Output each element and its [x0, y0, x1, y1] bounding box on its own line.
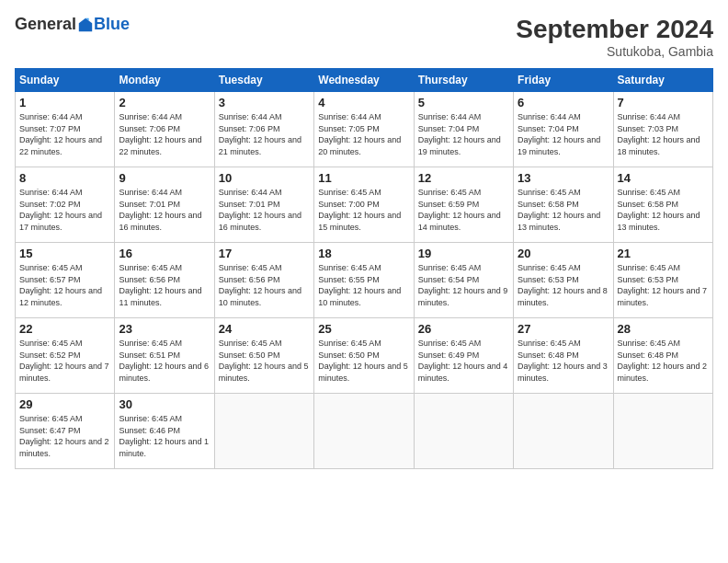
calendar-cell: 27Sunrise: 6:45 AMSunset: 6:48 PMDayligh… [514, 318, 613, 394]
day-number: 10 [219, 171, 310, 185]
header: General Blue September 2024 Sutukoba, Ga… [15, 15, 713, 59]
weekday-header: Monday [115, 69, 214, 92]
day-number: 3 [219, 96, 310, 109]
logo-icon [77, 17, 94, 33]
day-number: 27 [518, 322, 609, 336]
day-info: Sunrise: 6:45 AMSunset: 6:55 PMDaylight:… [318, 262, 409, 308]
day-info: Sunrise: 6:44 AMSunset: 7:01 PMDaylight:… [219, 187, 310, 233]
calendar-cell: 30Sunrise: 6:45 AMSunset: 6:46 PMDayligh… [115, 394, 214, 469]
month-title: September 2024 [516, 15, 713, 44]
day-number: 4 [318, 96, 409, 109]
location: Sutukoba, Gambia [516, 44, 713, 59]
calendar-cell: 20Sunrise: 6:45 AMSunset: 6:53 PMDayligh… [514, 243, 613, 318]
weekday-header: Saturday [613, 69, 712, 92]
day-info: Sunrise: 6:45 AMSunset: 6:52 PMDaylight:… [19, 338, 110, 384]
day-number: 8 [19, 171, 110, 185]
calendar-cell: 17Sunrise: 6:45 AMSunset: 6:56 PMDayligh… [214, 243, 313, 318]
day-info: Sunrise: 6:45 AMSunset: 6:50 PMDaylight:… [318, 338, 409, 384]
calendar-cell: 2Sunrise: 6:44 AMSunset: 7:06 PMDaylight… [115, 92, 214, 167]
day-number: 25 [318, 322, 409, 336]
day-number: 9 [119, 171, 210, 185]
day-info: Sunrise: 6:44 AMSunset: 7:05 PMDaylight:… [318, 111, 409, 157]
title-area: September 2024 Sutukoba, Gambia [516, 15, 713, 59]
calendar-cell: 13Sunrise: 6:45 AMSunset: 6:58 PMDayligh… [514, 167, 613, 243]
day-number: 11 [318, 171, 409, 185]
calendar-cell: 10Sunrise: 6:44 AMSunset: 7:01 PMDayligh… [214, 167, 313, 243]
day-info: Sunrise: 6:45 AMSunset: 6:51 PMDaylight:… [119, 338, 210, 384]
day-info: Sunrise: 6:44 AMSunset: 7:03 PMDaylight:… [618, 111, 709, 157]
calendar-week-row: 8Sunrise: 6:44 AMSunset: 7:02 PMDaylight… [16, 167, 713, 243]
day-info: Sunrise: 6:45 AMSunset: 6:56 PMDaylight:… [219, 262, 310, 308]
calendar-week-row: 1Sunrise: 6:44 AMSunset: 7:07 PMDaylight… [16, 92, 713, 167]
calendar-week-row: 29Sunrise: 6:45 AMSunset: 6:47 PMDayligh… [16, 394, 713, 469]
day-number: 5 [418, 96, 509, 109]
day-number: 13 [518, 171, 609, 185]
day-number: 23 [119, 322, 210, 336]
calendar-cell: 6Sunrise: 6:44 AMSunset: 7:04 PMDaylight… [514, 92, 613, 167]
day-info: Sunrise: 6:45 AMSunset: 6:54 PMDaylight:… [418, 262, 509, 308]
day-info: Sunrise: 6:44 AMSunset: 7:06 PMDaylight:… [219, 111, 310, 157]
calendar-cell: 5Sunrise: 6:44 AMSunset: 7:04 PMDaylight… [414, 92, 513, 167]
calendar-cell [514, 394, 613, 469]
logo-general: General [15, 15, 76, 34]
day-info: Sunrise: 6:45 AMSunset: 6:53 PMDaylight:… [518, 262, 609, 308]
weekday-header: Sunday [16, 69, 115, 92]
calendar-cell: 8Sunrise: 6:44 AMSunset: 7:02 PMDaylight… [16, 167, 115, 243]
calendar-cell: 24Sunrise: 6:45 AMSunset: 6:50 PMDayligh… [214, 318, 313, 394]
day-number: 1 [19, 96, 110, 109]
day-info: Sunrise: 6:45 AMSunset: 6:48 PMDaylight:… [518, 338, 609, 384]
day-info: Sunrise: 6:45 AMSunset: 7:00 PMDaylight:… [318, 187, 409, 233]
day-info: Sunrise: 6:44 AMSunset: 7:04 PMDaylight:… [418, 111, 509, 157]
calendar-week-row: 22Sunrise: 6:45 AMSunset: 6:52 PMDayligh… [16, 318, 713, 394]
calendar-cell: 7Sunrise: 6:44 AMSunset: 7:03 PMDaylight… [613, 92, 712, 167]
day-number: 19 [418, 247, 509, 260]
calendar-cell: 3Sunrise: 6:44 AMSunset: 7:06 PMDaylight… [214, 92, 313, 167]
day-number: 2 [119, 96, 210, 109]
day-number: 17 [219, 247, 310, 260]
day-info: Sunrise: 6:45 AMSunset: 6:56 PMDaylight:… [119, 262, 210, 308]
day-info: Sunrise: 6:44 AMSunset: 7:02 PMDaylight:… [19, 187, 110, 233]
day-number: 18 [318, 247, 409, 260]
day-info: Sunrise: 6:45 AMSunset: 6:57 PMDaylight:… [19, 262, 110, 308]
logo-text: General Blue [15, 15, 130, 34]
calendar-cell: 19Sunrise: 6:45 AMSunset: 6:54 PMDayligh… [414, 243, 513, 318]
day-info: Sunrise: 6:44 AMSunset: 7:06 PMDaylight:… [119, 111, 210, 157]
calendar-cell: 1Sunrise: 6:44 AMSunset: 7:07 PMDaylight… [16, 92, 115, 167]
day-number: 30 [119, 397, 210, 411]
day-info: Sunrise: 6:44 AMSunset: 7:07 PMDaylight:… [19, 111, 110, 157]
logo: General Blue [15, 15, 130, 34]
calendar-cell: 26Sunrise: 6:45 AMSunset: 6:49 PMDayligh… [414, 318, 513, 394]
calendar-cell: 4Sunrise: 6:44 AMSunset: 7:05 PMDaylight… [314, 92, 414, 167]
day-info: Sunrise: 6:45 AMSunset: 6:53 PMDaylight:… [618, 262, 709, 308]
day-number: 15 [19, 247, 110, 260]
day-info: Sunrise: 6:45 AMSunset: 6:59 PMDaylight:… [418, 187, 509, 233]
day-info: Sunrise: 6:45 AMSunset: 6:58 PMDaylight:… [618, 187, 709, 233]
logo-blue: Blue [94, 15, 130, 34]
day-number: 29 [19, 397, 110, 411]
day-info: Sunrise: 6:45 AMSunset: 6:58 PMDaylight:… [518, 187, 609, 233]
calendar-cell: 18Sunrise: 6:45 AMSunset: 6:55 PMDayligh… [314, 243, 414, 318]
calendar-cell: 21Sunrise: 6:45 AMSunset: 6:53 PMDayligh… [613, 243, 712, 318]
calendar-cell: 9Sunrise: 6:44 AMSunset: 7:01 PMDaylight… [115, 167, 214, 243]
page: General Blue September 2024 Sutukoba, Ga… [0, 0, 728, 563]
calendar: SundayMondayTuesdayWednesdayThursdayFrid… [15, 68, 713, 469]
calendar-cell [414, 394, 513, 469]
day-info: Sunrise: 6:45 AMSunset: 6:47 PMDaylight:… [19, 413, 110, 459]
weekday-header: Thursday [414, 69, 513, 92]
calendar-cell [314, 394, 414, 469]
day-info: Sunrise: 6:45 AMSunset: 6:49 PMDaylight:… [418, 338, 509, 384]
calendar-cell: 28Sunrise: 6:45 AMSunset: 6:48 PMDayligh… [613, 318, 712, 394]
calendar-cell: 12Sunrise: 6:45 AMSunset: 6:59 PMDayligh… [414, 167, 513, 243]
day-number: 20 [518, 247, 609, 260]
calendar-cell: 14Sunrise: 6:45 AMSunset: 6:58 PMDayligh… [613, 167, 712, 243]
day-info: Sunrise: 6:44 AMSunset: 7:04 PMDaylight:… [518, 111, 609, 157]
weekday-header: Wednesday [314, 69, 414, 92]
weekday-header-row: SundayMondayTuesdayWednesdayThursdayFrid… [16, 69, 713, 92]
calendar-cell: 11Sunrise: 6:45 AMSunset: 7:00 PMDayligh… [314, 167, 414, 243]
day-number: 12 [418, 171, 509, 185]
day-number: 22 [19, 322, 110, 336]
calendar-cell: 16Sunrise: 6:45 AMSunset: 6:56 PMDayligh… [115, 243, 214, 318]
calendar-cell: 22Sunrise: 6:45 AMSunset: 6:52 PMDayligh… [16, 318, 115, 394]
day-info: Sunrise: 6:45 AMSunset: 6:50 PMDaylight:… [219, 338, 310, 384]
day-number: 7 [618, 96, 709, 109]
